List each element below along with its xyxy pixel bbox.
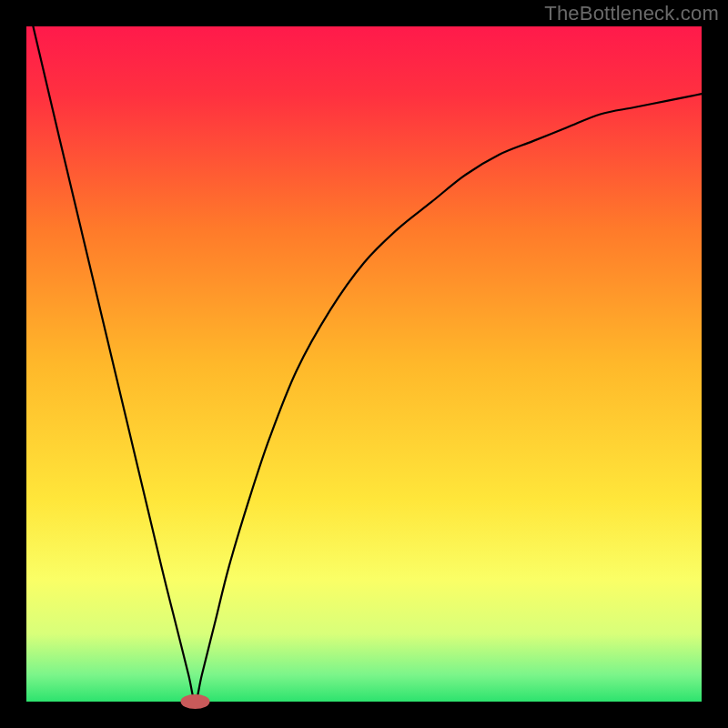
minimum-marker: [181, 694, 210, 709]
chart-stage: TheBottleneck.com: [0, 0, 728, 728]
watermark-text: TheBottleneck.com: [544, 2, 719, 25]
bottleneck-chart: [0, 0, 728, 728]
gradient-background: [26, 26, 702, 702]
